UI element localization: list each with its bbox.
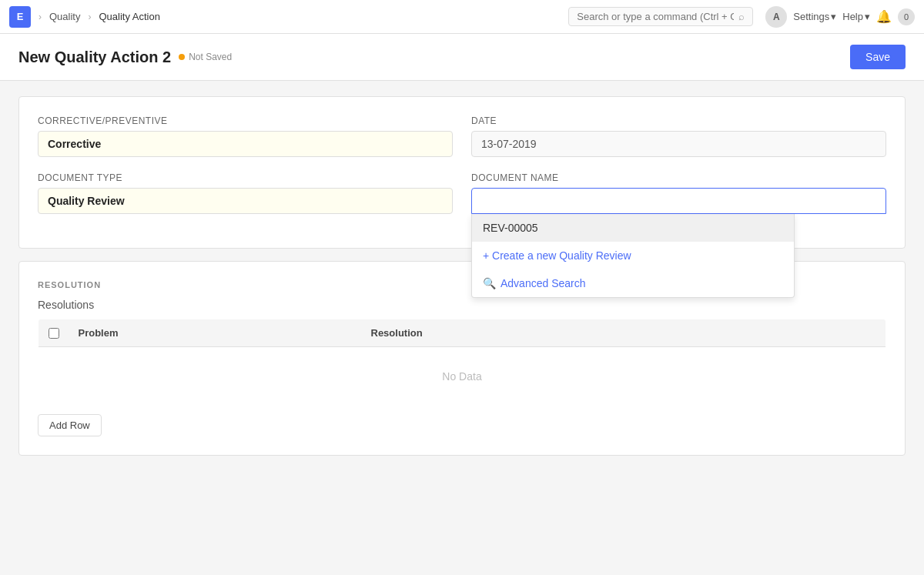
form-card: Corrective/Preventive Date 13-07-2019 Do…	[18, 96, 906, 249]
date-label: Date	[471, 115, 886, 126]
global-search-box[interactable]: ⌕	[568, 7, 753, 26]
dropdown-menu: REV-00005 + Create a new Quality Review …	[471, 214, 795, 298]
col-header-resolution: Resolution	[362, 319, 840, 347]
dropdown-create-new[interactable]: + Create a new Quality Review	[472, 242, 794, 269]
breadcrumb-chevron-1: ›	[38, 12, 42, 22]
corrective-preventive-input[interactable]	[38, 131, 453, 157]
date-value: 13-07-2019	[471, 131, 886, 157]
form-row-top: Corrective/Preventive Date 13-07-2019	[38, 115, 886, 157]
document-name-group: Document Name REV-00005 + Create a new Q…	[471, 172, 886, 214]
form-row-bottom: Document Type Document Name REV-00005 + …	[38, 172, 886, 214]
document-name-label: Document Name	[471, 172, 886, 183]
breadcrumb-chevron-2: ›	[88, 12, 91, 22]
nav-actions: A Settings ▾ Help ▾ 🔔 0	[765, 6, 915, 28]
no-data-row: No Data	[38, 347, 886, 406]
global-search-input[interactable]	[577, 11, 734, 22]
avatar: A	[765, 6, 787, 28]
resolutions-table: Problem Resolution No Data	[38, 319, 886, 406]
corrective-preventive-label: Corrective/Preventive	[38, 115, 453, 126]
main-content: Corrective/Preventive Date 13-07-2019 Do…	[0, 81, 924, 483]
status-dot	[179, 54, 185, 60]
document-type-input[interactable]	[38, 188, 453, 214]
status-badge: Not Saved	[179, 52, 232, 62]
col-header-checkbox	[38, 319, 69, 347]
app-icon[interactable]: E	[9, 6, 31, 28]
help-button[interactable]: Help ▾	[842, 11, 870, 22]
document-name-dropdown-container: REV-00005 + Create a new Quality Review …	[471, 188, 886, 214]
col-header-problem: Problem	[69, 319, 362, 347]
breadcrumb-quality[interactable]: Quality	[49, 11, 80, 22]
top-nav: E › Quality › Quality Action ⌕ A Setting…	[0, 0, 924, 34]
col-header-actions	[840, 319, 886, 347]
save-button[interactable]: Save	[850, 45, 906, 69]
page-title: New Quality Action 2 Not Saved	[18, 48, 232, 66]
document-name-input[interactable]	[471, 188, 886, 214]
date-group: Date 13-07-2019	[471, 115, 886, 157]
corrective-preventive-group: Corrective/Preventive	[38, 115, 453, 157]
resolutions-label: Resolutions	[38, 299, 886, 311]
breadcrumb-quality-action[interactable]: Quality Action	[99, 11, 160, 22]
no-data-cell: No Data	[38, 347, 886, 406]
page-header: New Quality Action 2 Not Saved Save	[0, 34, 924, 81]
settings-button[interactable]: Settings ▾	[793, 11, 836, 22]
dropdown-advanced-search[interactable]: 🔍 Advanced Search	[472, 269, 794, 297]
search-icon: 🔍	[483, 277, 496, 289]
document-type-group: Document Type	[38, 172, 453, 214]
notifications-icon[interactable]: 🔔	[876, 9, 892, 24]
dropdown-item-rev00005[interactable]: REV-00005	[472, 214, 794, 242]
add-row-button[interactable]: Add Row	[38, 414, 102, 436]
search-icon: ⌕	[738, 11, 745, 22]
document-type-label: Document Type	[38, 172, 453, 183]
select-all-checkbox[interactable]	[49, 328, 59, 339]
notification-count-badge[interactable]: 0	[898, 8, 915, 25]
